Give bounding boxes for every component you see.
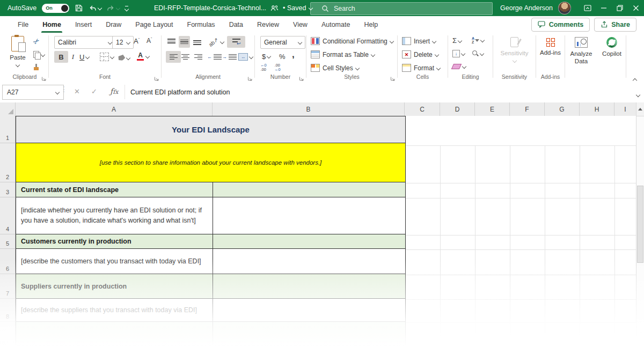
number-format-select[interactable]: General xyxy=(260,36,305,49)
insert-function-icon[interactable]: ƒfx xyxy=(110,87,118,95)
tab-review[interactable]: Review xyxy=(250,16,286,33)
row-header-5[interactable]: 5 xyxy=(0,234,16,249)
conditional-formatting-button[interactable]: Conditional Formatting xyxy=(311,37,393,45)
comments-button[interactable]: Comments xyxy=(531,18,590,32)
number-dialog-launcher-icon[interactable] xyxy=(299,74,304,79)
sensitivity-button[interactable]: Sensitivity xyxy=(493,37,536,62)
percent-style-button[interactable]: % xyxy=(277,50,287,62)
tab-formulas[interactable]: Formulas xyxy=(180,16,222,33)
row-header-3[interactable]: 3 xyxy=(0,182,16,197)
wrap-text-button[interactable]: ↩ xyxy=(227,36,245,48)
scroll-up-icon[interactable] xyxy=(636,102,644,116)
undo-dropdown-icon[interactable] xyxy=(98,6,102,10)
font-color-button[interactable]: A xyxy=(135,50,151,62)
name-box-dropdown-icon[interactable] xyxy=(55,90,60,94)
cell-a6[interactable]: [describe the customers that you transac… xyxy=(16,249,213,274)
expand-formula-bar-icon[interactable] xyxy=(636,89,640,99)
paste-dropdown-icon[interactable] xyxy=(16,63,20,67)
alignment-dialog-launcher-icon[interactable] xyxy=(247,74,253,79)
underline-button[interactable]: U xyxy=(78,51,91,63)
share-button[interactable]: Share xyxy=(594,18,636,32)
tab-home[interactable]: Home xyxy=(35,16,68,33)
column-header-d[interactable]: D xyxy=(440,102,475,116)
tab-insert[interactable]: Insert xyxy=(68,16,99,33)
grow-font-button[interactable]: Aˆ xyxy=(134,37,140,45)
column-header-b[interactable]: B xyxy=(213,102,405,116)
orientation-button[interactable]: ab↗ xyxy=(207,36,225,48)
format-cells-button[interactable]: Format xyxy=(402,64,440,72)
cell-b4[interactable] xyxy=(213,197,405,234)
font-dialog-launcher-icon[interactable] xyxy=(154,74,159,79)
close-button[interactable] xyxy=(628,0,644,16)
tab-file[interactable]: File xyxy=(11,16,35,33)
cell-a1[interactable]: Your EDI Landscape xyxy=(16,116,405,143)
tab-view[interactable]: View xyxy=(286,16,314,33)
tab-page-layout[interactable]: Page Layout xyxy=(128,16,180,33)
row-header-9[interactable] xyxy=(0,322,16,345)
row-header-6[interactable]: 6 xyxy=(0,249,16,274)
enter-entry-icon[interactable]: ✓ xyxy=(91,87,97,95)
cell-a8[interactable]: [describe the suppliers that you transac… xyxy=(16,299,213,321)
tab-help[interactable]: Help xyxy=(357,16,385,33)
formula-input[interactable]: Current EDI platform and solution xyxy=(130,82,230,102)
shrink-font-button[interactable]: Aˇ xyxy=(147,37,152,45)
cell-a2[interactable]: [use this section to share information a… xyxy=(16,143,405,182)
cell-a4[interactable]: [indicate whether you currently have an … xyxy=(16,197,213,234)
save-icon[interactable] xyxy=(75,4,83,12)
middle-align-icon[interactable] xyxy=(179,36,190,48)
tab-automate[interactable]: Automate xyxy=(314,16,357,33)
cell-a3[interactable]: Current state of EDI landscape xyxy=(16,182,213,197)
cell-a7[interactable]: Suppliers currently in production xyxy=(16,274,213,298)
align-left-icon[interactable] xyxy=(166,51,181,63)
top-align-icon[interactable] xyxy=(166,36,177,48)
cell-b8[interactable] xyxy=(213,299,405,321)
clear-button[interactable] xyxy=(452,64,466,69)
currency-format-button[interactable]: $ xyxy=(260,50,272,62)
cancel-entry-icon[interactable]: ✕ xyxy=(74,87,80,95)
format-as-table-button[interactable]: Format as Table xyxy=(311,50,375,58)
name-box-resizer-icon[interactable]: ⋮ xyxy=(60,86,68,92)
column-header-c[interactable]: C xyxy=(405,102,440,116)
row-header-2[interactable]: 2 xyxy=(0,143,16,182)
tab-draw[interactable]: Draw xyxy=(99,16,128,33)
merge-center-button[interactable] xyxy=(237,51,254,63)
font-size-select[interactable]: 12 xyxy=(112,36,134,49)
shared-people-icon[interactable] xyxy=(270,5,279,11)
scrollbar-thumb[interactable] xyxy=(637,186,643,263)
document-title[interactable]: EDI-RFP-Template-Corsica-Technol... xyxy=(154,4,266,12)
customize-quick-access-icon[interactable] xyxy=(125,6,128,11)
copilot-button[interactable]: Copilot xyxy=(598,37,625,57)
cell-b9[interactable] xyxy=(213,322,405,345)
cell-b7[interactable] xyxy=(213,274,405,298)
minimize-button[interactable] xyxy=(596,0,612,16)
vertical-scrollbar[interactable] xyxy=(636,102,644,346)
increase-indent-icon[interactable]: → xyxy=(221,51,238,63)
column-header-f[interactable]: F xyxy=(510,102,545,116)
cell-a5[interactable]: Customers currently in production xyxy=(16,234,213,248)
analyze-data-button[interactable]: Analyze Data xyxy=(565,37,597,65)
delete-cells-button[interactable]: Delete xyxy=(402,50,438,58)
cell-b5[interactable] xyxy=(213,234,405,248)
column-header-g[interactable]: G xyxy=(545,102,580,116)
tab-data[interactable]: Data xyxy=(222,16,250,33)
name-box[interactable]: A27 xyxy=(2,85,64,100)
row-header-8[interactable]: 8 xyxy=(0,299,16,322)
ribbon-display-options-icon[interactable] xyxy=(580,0,596,16)
column-header-i[interactable]: I xyxy=(614,102,636,116)
cell-b6[interactable] xyxy=(213,249,405,274)
redo-button[interactable] xyxy=(107,4,120,12)
restore-button[interactable] xyxy=(612,0,628,16)
sort-filter-button[interactable]: AZ xyxy=(472,36,484,44)
copy-button[interactable] xyxy=(33,51,45,58)
row-header-4[interactable]: 4 xyxy=(0,197,16,234)
select-all-corner[interactable] xyxy=(0,102,16,116)
search-input[interactable]: Search xyxy=(310,2,493,15)
row-header-7[interactable]: 7 xyxy=(0,274,16,299)
increase-decimal-icon[interactable]: ←0.00 xyxy=(260,63,267,72)
user-avatar[interactable] xyxy=(558,2,571,14)
align-right-icon[interactable] xyxy=(193,51,204,63)
cut-icon[interactable]: ✂ xyxy=(31,36,41,47)
find-select-button[interactable] xyxy=(472,50,484,57)
paste-button[interactable]: Paste xyxy=(5,36,30,67)
undo-button[interactable] xyxy=(89,4,101,12)
